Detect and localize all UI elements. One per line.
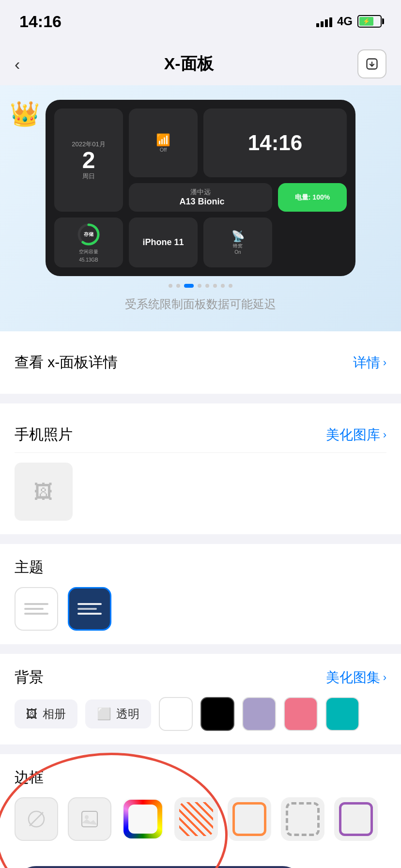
photos-link[interactable]: 美化图库 › [326,426,386,444]
dark-widget: 2022年01月 2 周日 📶 Off 14:16 电量: 100% 潘中远 A… [46,100,355,276]
page-dot-1[interactable] [176,284,180,288]
photo-icon: 🖼 [34,481,53,503]
transparent-label: 透明 [116,706,139,722]
page-dot-5[interactable] [213,284,217,288]
dark-theme-lines [73,598,107,620]
cellular-icon: 📡 [231,230,245,243]
details-label: 查看 x-面板详情 [15,353,118,372]
back-button[interactable]: ‹ [15,55,20,74]
battery-container: ⚡ [357,15,382,28]
network-label: 4G [337,15,353,28]
svg-point-7 [85,815,89,819]
color-white[interactable] [159,697,193,731]
storage-ring: 存储 [77,222,101,247]
album-label: 相册 [43,706,66,722]
color-pink[interactable] [284,697,318,731]
page-dot-2[interactable] [184,284,194,288]
signal-icon [316,16,332,27]
color-black[interactable] [200,697,234,731]
border-options [15,797,386,841]
color-purple[interactable] [242,697,276,731]
border-rainbow[interactable] [121,797,165,841]
color-teal[interactable] [325,697,359,731]
bottom-action-bar: 保存到我的组件 免费领会员 [0,854,401,868]
iphone-model-label: iPhone 11 [142,237,184,248]
download-button[interactable] [357,49,386,78]
light-theme-lines [19,598,53,620]
page-dot-6[interactable] [221,284,225,288]
status-icons: 4G ⚡ [316,15,382,28]
photos-row: 手机照片 美化图库 › [15,417,386,453]
theme-title: 主题 [15,558,386,577]
date-day: 2 [82,149,95,172]
wifi-cell: 📶 Off [129,108,198,177]
bg-chevron-icon: › [383,671,386,684]
device-info: A13 Bionic [176,197,224,207]
album-button[interactable]: 🖼 相册 [15,699,77,728]
person-cell: 潘中远 A13 Bionic [129,183,272,212]
page-dot-3[interactable] [198,284,201,288]
theme-section: 主题 [0,544,401,644]
storage-free: 空闲容量 [79,248,98,255]
border-purple[interactable] [334,797,378,841]
nav-bar: ‹ X-面板 [0,43,401,85]
border-diagonal[interactable] [174,797,218,841]
person-name: 潘中远 [190,188,211,197]
photos-label: 手机照片 [15,425,73,445]
date-weekday: 周日 [82,172,95,181]
bg-options: 🖼 相册 ⬜ 透明 [15,697,386,731]
theme-dark[interactable] [68,587,111,631]
status-bar: 14:16 4G ⚡ [0,0,401,43]
chevron-right-icon: › [383,356,386,369]
widget-preview-area: 👑 2022年01月 2 周日 📶 Off 14:16 电量: 100% 潘中远… [0,85,401,331]
details-row: 查看 x-面板详情 详情 › [15,345,386,380]
widget-time: 14:16 [248,131,303,155]
cellular-cell: 📡 蜂窝 On [203,217,272,267]
border-image[interactable] [68,797,111,841]
page-dot-0[interactable] [169,284,172,288]
theme-options [15,587,386,631]
battery-fill: ⚡ [359,17,373,26]
page-title: X-面板 [164,53,214,75]
widget-battery-cell: 电量: 100% [278,183,347,212]
photos-chevron-icon: › [383,429,386,441]
time-cell: 14:16 [203,108,347,177]
theme-light[interactable] [15,587,58,631]
battery-icon: ⚡ [357,15,382,28]
bg-header: 背景 美化图集 › [15,667,386,687]
border-none[interactable] [15,797,58,841]
border-dashed[interactable] [281,797,324,841]
storage-size: 45.13GB [79,257,98,263]
transparent-icon: ⬜ [97,707,111,721]
svg-line-5 [30,812,43,826]
storage-label: 存储 [84,231,93,238]
border-section: 边框 [0,754,401,854]
border-title: 边框 [15,768,386,788]
bg-link[interactable]: 美化图集 › [326,668,386,687]
wifi-status: Off [160,147,167,153]
cellular-status: 蜂窝 [233,243,243,249]
photo-placeholder: 🖼 [15,463,73,521]
background-section: 背景 美化图集 › 🖼 相册 ⬜ 透明 [0,654,401,744]
wifi-icon: 📶 [156,133,170,147]
bg-title: 背景 [15,667,44,687]
crown-icon: 👑 [10,100,40,128]
album-icon: 🖼 [26,707,38,721]
details-section: 查看 x-面板详情 详情 › [0,331,401,394]
cellular-on: On [234,249,241,255]
details-link[interactable]: 详情 › [353,354,386,372]
save-button[interactable]: 保存到我的组件 [15,866,304,868]
iphone-model-cell: iPhone 11 [129,217,198,267]
transparent-button[interactable]: ⬜ 透明 [85,699,151,728]
widget-battery-label: 电量: 100% [295,193,330,202]
battery-bolt-icon: ⚡ [363,18,370,25]
device-chip: A13 Bionic [179,197,224,207]
page-dot-4[interactable] [205,284,209,288]
border-orange[interactable] [228,797,271,841]
delay-notice: 受系统限制面板数据可能延迟 [10,292,391,322]
photos-section: 手机照片 美化图库 › 🖼 [0,403,401,534]
date-cell: 2022年01月 2 周日 [54,108,123,212]
storage-cell: 存储 空闲容量 45.13GB [54,217,123,267]
status-time: 14:16 [19,12,62,31]
page-dot-7[interactable] [229,284,232,288]
